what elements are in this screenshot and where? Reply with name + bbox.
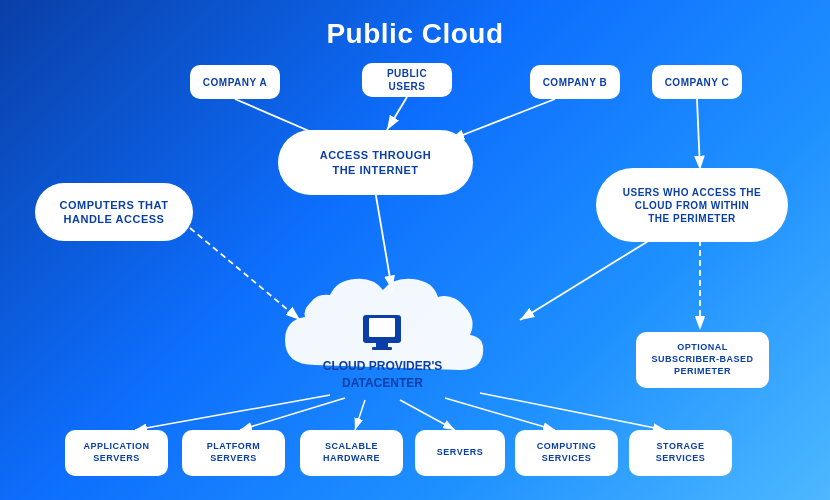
company-c-box: COMPANY C: [652, 65, 742, 99]
computers-access-box: COMPUTERS THATHANDLE ACCESS: [35, 183, 193, 241]
cloud-label: CLOUD PROVIDER'SDATACENTER: [323, 359, 443, 390]
optional-perimeter-box: OPTIONALSUBSCRIBER-BASEDPERIMETER: [636, 332, 769, 388]
svg-rect-18: [376, 343, 388, 347]
cloud-datacenter: CLOUD PROVIDER'SDATACENTER: [255, 255, 510, 400]
app-servers-box: APPLICATIONSERVERS: [65, 430, 168, 476]
users-perimeter-box: USERS WHO ACCESS THECLOUD FROM WITHINTHE…: [596, 168, 788, 242]
company-a-box: COMPANY A: [190, 65, 280, 99]
platform-servers-box: PLATFORMSERVERS: [182, 430, 285, 476]
svg-rect-19: [372, 347, 392, 350]
diagram: COMPANY A PUBLIC USERS COMPANY B COMPANY…: [0, 0, 830, 500]
svg-rect-17: [369, 318, 395, 337]
access-internet-box: ACCESS THROUGHTHE INTERNET: [278, 130, 473, 195]
computing-services-box: COMPUTINGSERVICES: [515, 430, 618, 476]
public-users-box: PUBLIC USERS: [362, 63, 452, 97]
servers-box: SERVERS: [415, 430, 505, 476]
scalable-hw-box: SCALABLEHARDWARE: [300, 430, 403, 476]
company-b-box: COMPANY B: [530, 65, 620, 99]
storage-services-box: STORAGESERVICES: [629, 430, 732, 476]
